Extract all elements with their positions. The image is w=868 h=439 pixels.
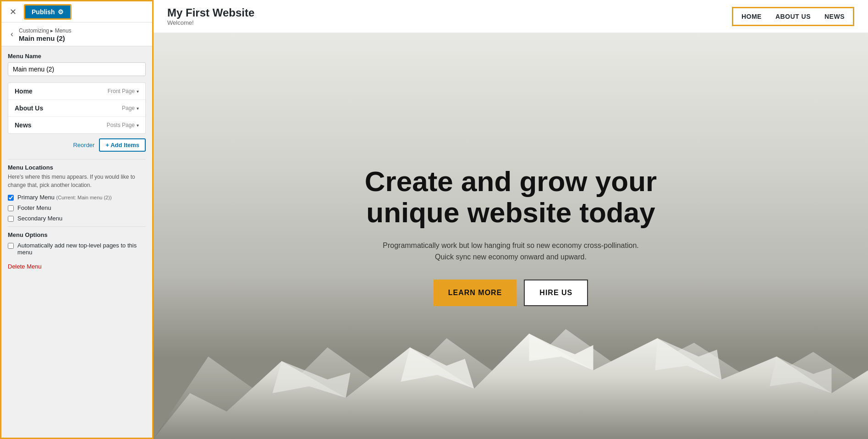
location-primary-label: Primary Menu (Current: Main menu (2)) <box>17 194 112 201</box>
auto-add-checkbox[interactable] <box>8 243 14 249</box>
auto-add-row: Automatically add new top-level pages to… <box>8 242 146 256</box>
chevron-down-icon-3: ▾ <box>137 123 139 128</box>
delete-menu-link[interactable]: Delete Menu <box>8 263 42 270</box>
menu-item-home-type: Front Page ▾ <box>108 88 139 94</box>
breadcrumb-text-block: Customizing ▸ Menus Main menu (2) <box>19 26 71 42</box>
location-secondary-row: Secondary Menu <box>8 215 146 222</box>
menu-items-list: Home Front Page ▾ About Us Page ▾ News P… <box>8 82 146 134</box>
location-secondary-checkbox[interactable] <box>8 216 14 222</box>
location-secondary-label: Secondary Menu <box>17 215 62 222</box>
location-footer-label: Footer Menu <box>17 204 51 211</box>
customizer-panel: ✕ Publish ⚙ ‹ Customizing ▸ Menus Main m… <box>0 0 154 439</box>
site-title: My First Website <box>167 6 254 19</box>
close-button[interactable]: ✕ <box>6 5 20 19</box>
menu-options-label: Menu Options <box>8 231 146 238</box>
breadcrumb: ‹ Customizing ▸ Menus Main menu (2) <box>1 22 152 46</box>
reorder-link[interactable]: Reorder <box>73 142 94 148</box>
menu-item-news-type: Posts Page ▾ <box>107 122 139 128</box>
nav-item-about[interactable]: ABOUT US <box>775 13 811 20</box>
hero-heading: Create and grow your unique website toda… <box>328 166 694 228</box>
hero-subtext: Programmatically work but low hanging fr… <box>374 240 648 263</box>
back-arrow-icon[interactable]: ‹ <box>8 28 16 40</box>
divider-2 <box>8 226 146 227</box>
location-footer-row: Footer Menu <box>8 204 146 211</box>
menu-item-home-name: Home <box>15 88 33 95</box>
menu-item-news[interactable]: News Posts Page ▾ <box>8 117 145 133</box>
publish-button[interactable]: Publish ⚙ <box>24 4 71 20</box>
site-tagline: Welcome! <box>167 19 254 26</box>
nav-item-home[interactable]: HOME <box>742 13 762 20</box>
menu-actions: Reorder + Add Items <box>8 138 146 152</box>
website-preview: My First Website Welcome! HOME ABOUT US … <box>154 0 868 439</box>
location-primary-checkbox[interactable] <box>8 195 14 201</box>
menu-item-about[interactable]: About Us Page ▾ <box>8 100 145 117</box>
topbar: ✕ Publish ⚙ <box>1 1 152 22</box>
publish-label: Publish <box>32 8 55 16</box>
website-header: My First Website Welcome! HOME ABOUT US … <box>154 0 868 33</box>
chevron-down-icon: ▾ <box>137 89 139 94</box>
menu-item-about-type: Page ▾ <box>122 105 139 111</box>
menu-item-news-name: News <box>15 121 32 129</box>
menu-title: Main menu (2) <box>19 34 71 42</box>
add-items-button[interactable]: + Add Items <box>99 138 146 152</box>
menu-name-label: Menu Name <box>8 53 146 60</box>
location-primary-row: Primary Menu (Current: Main menu (2)) <box>8 194 146 201</box>
auto-add-label: Automatically add new top-level pages to… <box>17 242 146 256</box>
menu-locations-label: Menu Locations <box>8 164 146 171</box>
gear-icon: ⚙ <box>58 8 64 16</box>
nav-item-news[interactable]: NEWS <box>824 13 845 20</box>
menu-name-input[interactable] <box>8 62 146 76</box>
site-identity: My First Website Welcome! <box>167 6 254 26</box>
panel-content: Menu Name Home Front Page ▾ About Us Pag… <box>1 46 152 438</box>
menu-item-about-name: About Us <box>15 104 43 112</box>
location-footer-checkbox[interactable] <box>8 205 14 211</box>
svg-marker-1 <box>154 334 868 439</box>
location-primary-sub: (Current: Main menu (2)) <box>56 195 112 200</box>
menu-locations-desc: Here's where this menu appears. If you w… <box>8 173 146 189</box>
hire-us-button[interactable]: HIRE US <box>524 280 588 306</box>
hero-section: Create and grow your unique website toda… <box>154 33 868 439</box>
nav-menu: HOME ABOUT US NEWS <box>732 7 854 26</box>
divider-1 <box>8 159 146 159</box>
menu-item-home[interactable]: Home Front Page ▾ <box>8 83 145 100</box>
chevron-down-icon-2: ▾ <box>137 106 139 111</box>
breadcrumb-path: Customizing ▸ Menus <box>19 27 71 34</box>
mountain-illustration <box>154 320 868 439</box>
learn-more-button[interactable]: LEARN MORE <box>434 280 517 306</box>
hero-buttons: LEARN MORE HIRE US <box>434 280 588 306</box>
